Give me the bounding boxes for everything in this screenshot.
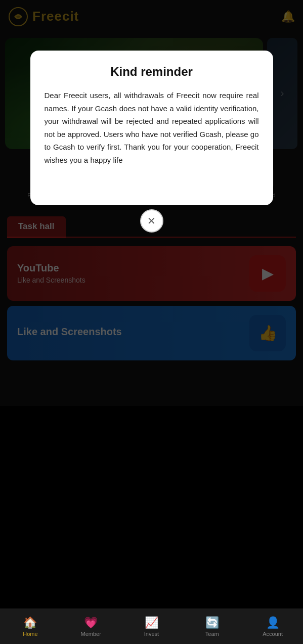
nav-team[interactable]: 🔄 Team bbox=[182, 609, 242, 644]
nav-home[interactable]: 🏠 Home bbox=[0, 609, 61, 644]
nav-invest-label: Invest bbox=[144, 631, 159, 637]
nav-member-label: Member bbox=[81, 631, 101, 637]
modal-title: Kind reminder bbox=[45, 65, 259, 79]
modal-overlay: Kind reminder Dear Freecit users, all wi… bbox=[0, 0, 303, 644]
nav-account[interactable]: 👤 Account bbox=[242, 609, 303, 644]
modal-close-button[interactable]: ✕ bbox=[140, 209, 163, 233]
team-icon: 🔄 bbox=[205, 616, 219, 629]
home-icon: 🏠 bbox=[23, 616, 37, 629]
modal-box: Kind reminder Dear Freecit users, all wi… bbox=[30, 51, 273, 205]
member-icon: 💗 bbox=[84, 616, 98, 629]
account-icon: 👤 bbox=[266, 616, 280, 629]
bottom-nav: 🏠 Home 💗 Member 📈 Invest 🔄 Team 👤 Accoun… bbox=[0, 609, 303, 644]
invest-icon: 📈 bbox=[145, 616, 158, 629]
modal-body: Dear Freecit users, all withdrawals of F… bbox=[45, 89, 259, 190]
nav-team-label: Team bbox=[205, 631, 219, 637]
nav-home-label: Home bbox=[23, 631, 37, 637]
nav-member[interactable]: 💗 Member bbox=[61, 609, 121, 644]
nav-account-label: Account bbox=[263, 631, 283, 637]
nav-invest[interactable]: 📈 Invest bbox=[121, 609, 182, 644]
